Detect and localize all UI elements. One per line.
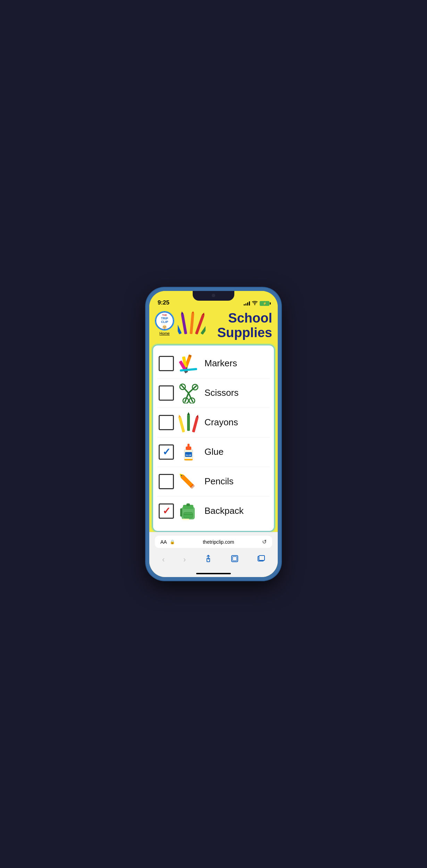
browser-bar: AA 🔒 thetripclip.com ↺ — [149, 532, 278, 551]
glue-icon: GLUE — [177, 441, 200, 463]
home-indicator — [196, 573, 231, 574]
svg-rect-43 — [187, 444, 190, 447]
svg-rect-33 — [178, 417, 185, 433]
svg-rect-24 — [180, 368, 197, 371]
forward-button[interactable]: › — [179, 554, 190, 566]
svg-rect-60 — [233, 557, 237, 561]
svg-rect-56 — [182, 519, 189, 520]
home-bar — [149, 570, 278, 577]
notch — [193, 291, 234, 301]
status-icons: ⚡ — [244, 301, 269, 306]
status-bar: 9:25 ⚡ — [149, 291, 278, 308]
scissors-icon — [177, 382, 200, 404]
checklist-container[interactable]: Markers — [152, 344, 275, 532]
svg-marker-10 — [181, 311, 184, 314]
list-item[interactable]: ✓ — [157, 496, 270, 526]
lock-icon: 🔒 — [170, 540, 175, 544]
svg-rect-7 — [178, 316, 182, 334]
svg-rect-52 — [186, 503, 190, 506]
crayons-label: Crayons — [204, 417, 238, 428]
list-item[interactable]: Scissors — [157, 378, 270, 408]
svg-rect-37 — [192, 417, 199, 433]
page-title-block: School Supplies — [209, 311, 272, 340]
url-text[interactable]: thetripclip.com — [178, 539, 259, 545]
list-item[interactable]: Pencils — [157, 467, 270, 496]
aa-button[interactable]: AA — [160, 539, 167, 545]
backpack-label: Backpack — [204, 506, 244, 516]
svg-text:TRIP: TRIP — [161, 317, 168, 320]
share-button[interactable] — [200, 553, 216, 566]
phone-screen: 9:25 ⚡ — [149, 291, 278, 577]
svg-rect-53 — [184, 512, 193, 518]
svg-rect-9 — [181, 314, 187, 334]
page-title: School Supplies — [209, 311, 272, 340]
list-item[interactable]: Markers — [157, 349, 270, 378]
app-header: THE TRIP CLIP Home — [149, 308, 278, 344]
nav-bar: ‹ › — [149, 551, 278, 570]
logo-svg: THE TRIP CLIP — [156, 312, 174, 330]
checkbox-backpack[interactable]: ✓ — [159, 503, 174, 519]
svg-rect-35 — [187, 415, 190, 431]
crayons-decoration — [178, 311, 206, 335]
svg-point-6 — [165, 326, 166, 327]
battery-icon: ⚡ — [260, 301, 269, 306]
checkbox-crayons[interactable] — [159, 415, 174, 430]
glue-label: Glue — [204, 446, 224, 457]
bookmarks-button[interactable] — [227, 553, 243, 566]
scissors-label: Scissors — [204, 387, 238, 398]
checkbox-pencils[interactable] — [159, 474, 174, 489]
svg-rect-55 — [180, 508, 182, 517]
list-item[interactable]: Crayons — [157, 408, 270, 437]
checkbox-glue[interactable]: ✓ — [159, 444, 174, 460]
svg-point-4 — [162, 325, 167, 329]
camera — [212, 294, 215, 297]
svg-rect-62 — [259, 556, 265, 560]
back-button[interactable]: ‹ — [158, 554, 169, 566]
svg-marker-36 — [187, 412, 190, 415]
tabs-button[interactable] — [253, 553, 269, 566]
checkbox-markers[interactable] — [159, 356, 174, 371]
svg-text:THE: THE — [162, 314, 167, 316]
pencils-label: Pencils — [204, 476, 234, 487]
wifi-icon — [252, 301, 258, 306]
backpack-icon — [177, 500, 200, 522]
checkbox-scissors[interactable] — [159, 385, 174, 401]
svg-marker-12 — [192, 311, 194, 314]
logo-area: THE TRIP CLIP Home — [155, 311, 174, 335]
svg-point-5 — [164, 326, 164, 327]
reload-button[interactable]: ↺ — [262, 539, 267, 545]
home-link[interactable]: Home — [159, 331, 169, 335]
svg-rect-44 — [184, 459, 193, 460]
svg-text:GLUE: GLUE — [186, 454, 192, 456]
svg-rect-11 — [190, 313, 194, 334]
svg-text:CLIP: CLIP — [161, 320, 168, 324]
markers-label: Markers — [204, 358, 237, 369]
markers-icon — [177, 352, 200, 375]
pencils-icon — [177, 470, 200, 493]
logo: THE TRIP CLIP — [155, 311, 174, 331]
phone-frame: 9:25 ⚡ — [146, 287, 281, 581]
crayons-icon — [177, 411, 200, 434]
list-item[interactable]: ✓ GLUE — [157, 437, 270, 467]
url-bar[interactable]: AA 🔒 thetripclip.com ↺ — [155, 536, 272, 548]
signal-icon — [244, 301, 250, 306]
